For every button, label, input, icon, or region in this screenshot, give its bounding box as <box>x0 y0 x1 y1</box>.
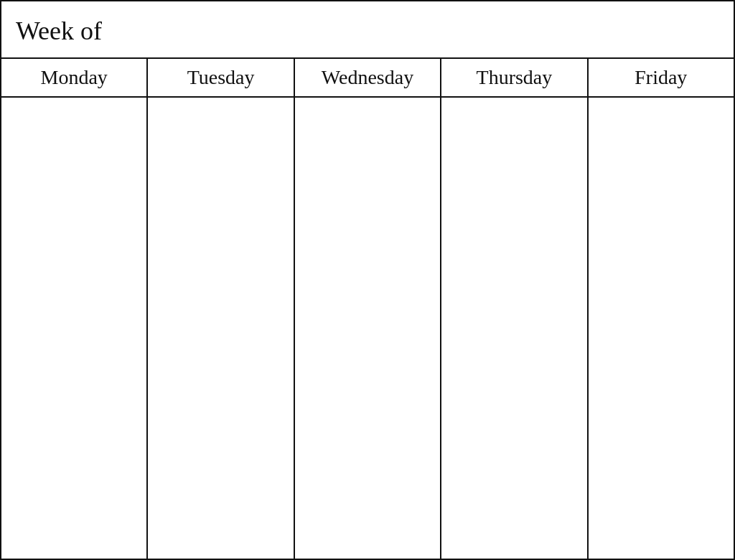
friday-body[interactable] <box>589 98 734 559</box>
monday-body[interactable] <box>1 98 148 559</box>
weekly-planner: Week of Monday Tuesday Wednesday Thursda… <box>0 0 735 560</box>
week-of-title: Week of <box>16 16 102 46</box>
tuesday-body[interactable] <box>148 98 294 559</box>
wednesday-header: Wednesday <box>295 59 441 96</box>
wednesday-body[interactable] <box>295 98 441 559</box>
thursday-body[interactable] <box>441 98 588 559</box>
days-body-row <box>1 98 734 559</box>
friday-header: Friday <box>589 59 734 96</box>
tuesday-header: Tuesday <box>148 59 294 96</box>
monday-header: Monday <box>1 59 148 96</box>
days-header-row: Monday Tuesday Wednesday Thursday Friday <box>1 59 734 98</box>
thursday-header: Thursday <box>441 59 588 96</box>
week-of-header: Week of <box>1 1 734 59</box>
